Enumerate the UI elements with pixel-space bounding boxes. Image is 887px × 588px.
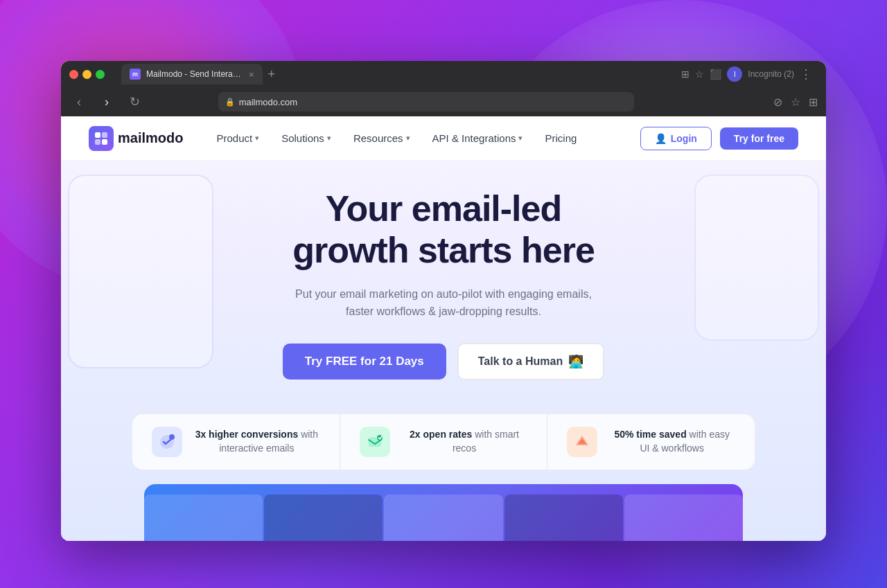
stat-open-rates-text: 2x open rates with smart recos [401, 428, 528, 455]
cast-icon[interactable]: ⊞ [681, 69, 690, 80]
stat-open-rates: 2x open rates with smart recos [340, 414, 547, 470]
stats-bar: 3x higher conversions with interactive e… [132, 413, 755, 470]
extension-icon[interactable]: ⬛ [710, 69, 721, 80]
address-bar-row: ‹ › ↻ 🔒 mailmodo.com ⊘ ☆ ⊞ [61, 87, 826, 116]
nav-product-label: Product [216, 132, 252, 144]
user-icon: 👤 [655, 133, 667, 144]
nav-product[interactable]: Product ▾ [216, 132, 259, 144]
browser-menu-button[interactable]: ⋮ [800, 66, 812, 82]
site-content: mailmodo Product ▾ Solutions ▾ Resources… [61, 116, 826, 541]
ssl-lock-icon: 🔒 [225, 98, 235, 107]
traffic-lights [69, 70, 105, 79]
hero-section: Your email-led growth starts here Put yo… [61, 161, 826, 484]
resources-chevron-icon: ▾ [406, 134, 410, 143]
talk-label: Talk to a Human [478, 355, 563, 368]
stat-conversions-bold: 3x higher conversions [195, 429, 299, 440]
browser-title-bar: m Mailmodo - Send Interactive E... × + ⊞… [61, 61, 826, 87]
tab-favicon: m [130, 69, 141, 80]
no-camera-icon: ⊘ [773, 96, 782, 109]
svg-rect-0 [95, 132, 100, 138]
forward-button[interactable]: › [97, 95, 116, 109]
human-emoji: 🧑‍💻 [568, 354, 583, 369]
preview-strip [144, 484, 743, 541]
svg-rect-3 [102, 139, 107, 145]
conversions-icon [152, 427, 182, 457]
nav-api-label: API & Integrations [432, 132, 516, 144]
browser-controls: ⊞ ☆ ⬛ I Incognito (2) ⋮ [681, 66, 818, 82]
svg-point-5 [169, 434, 175, 440]
minimize-dot[interactable] [82, 70, 91, 79]
login-label: Login [671, 133, 697, 144]
hero-subtitle: Put your email marketing on auto-pilot w… [291, 285, 596, 321]
address-bar[interactable]: 🔒 mailmodo.com [218, 92, 634, 112]
address-bar-actions: ⊘ ☆ ⊞ [773, 96, 818, 109]
deco-right [694, 175, 819, 341]
nav-solutions-label: Solutions [281, 132, 324, 144]
preview-card-4 [504, 495, 623, 541]
api-chevron-icon: ▾ [518, 134, 522, 143]
maximize-dot[interactable] [96, 70, 105, 79]
browser-tab[interactable]: m Mailmodo - Send Interactive E... × [121, 64, 263, 84]
stat-time-saved-text: 50% time saved with easy UI & workflows [608, 428, 735, 455]
time-saved-icon [567, 427, 597, 457]
product-chevron-icon: ▾ [255, 134, 259, 143]
nav-actions: 👤 Login Try for free [640, 127, 798, 150]
tab-area: m Mailmodo - Send Interactive E... × + [121, 64, 275, 84]
nav-api[interactable]: API & Integrations ▾ [432, 132, 523, 144]
stat-conversions: 3x higher conversions with interactive e… [132, 414, 340, 470]
stat-conversions-text: 3x higher conversions with interactive e… [193, 428, 320, 455]
preview-card-3 [384, 495, 502, 541]
site-nav: mailmodo Product ▾ Solutions ▾ Resources… [61, 116, 826, 161]
hero-buttons: Try FREE for 21 Days Talk to a Human 🧑‍💻 [283, 343, 604, 380]
new-tab-button[interactable]: + [268, 68, 276, 80]
stat-time-saved-bold: 50% time saved [614, 429, 686, 440]
deco-left [68, 175, 213, 368]
nav-solutions[interactable]: Solutions ▾ [281, 132, 331, 144]
url-text: mailmodo.com [239, 97, 298, 107]
incognito-label: Incognito (2) [748, 69, 794, 79]
nav-pricing-label: Pricing [545, 132, 577, 144]
tab-close-button[interactable]: × [249, 70, 254, 79]
reload-button[interactable]: ↻ [125, 94, 144, 109]
login-button[interactable]: 👤 Login [640, 127, 712, 150]
nav-resources[interactable]: Resources ▾ [353, 132, 410, 144]
stat-open-rates-bold: 2x open rates [410, 429, 472, 440]
nav-resources-label: Resources [353, 132, 403, 144]
preview-card-2 [264, 495, 383, 541]
logo-icon [89, 126, 114, 151]
back-button[interactable]: ‹ [69, 95, 89, 109]
hero-title: Your email-led growth starts here [292, 188, 595, 271]
nav-links: Product ▾ Solutions ▾ Resources ▾ API & … [216, 132, 640, 144]
site-logo[interactable]: mailmodo [89, 126, 183, 151]
stat-time-saved: 50% time saved with easy UI & workflows [547, 414, 755, 470]
hero-title-line1: Your email-led [326, 188, 561, 229]
svg-rect-1 [102, 132, 107, 138]
svg-point-7 [377, 435, 383, 440]
bookmark-icon[interactable]: ☆ [695, 69, 704, 80]
try-for-free-button[interactable]: Try for free [720, 127, 798, 150]
logo-text: mailmodo [118, 130, 183, 146]
nav-pricing[interactable]: Pricing [545, 132, 577, 144]
open-rates-icon [360, 427, 390, 457]
try-free-button[interactable]: Try FREE for 21 Days [283, 344, 446, 380]
profile-avatar[interactable]: I [727, 66, 742, 82]
browser-window: m Mailmodo - Send Interactive E... × + ⊞… [61, 61, 826, 541]
preview-card-1 [144, 495, 263, 541]
tab-title: Mailmodo - Send Interactive E... [146, 69, 243, 79]
star-icon[interactable]: ☆ [791, 96, 800, 109]
preview-card-5 [624, 495, 743, 541]
close-dot[interactable] [69, 70, 78, 79]
talk-to-human-button[interactable]: Talk to a Human 🧑‍💻 [457, 343, 604, 380]
solutions-chevron-icon: ▾ [327, 134, 331, 143]
svg-rect-2 [95, 139, 100, 145]
extension-puzzle-icon[interactable]: ⊞ [809, 96, 818, 109]
hero-title-line2: growth starts here [292, 230, 595, 270]
